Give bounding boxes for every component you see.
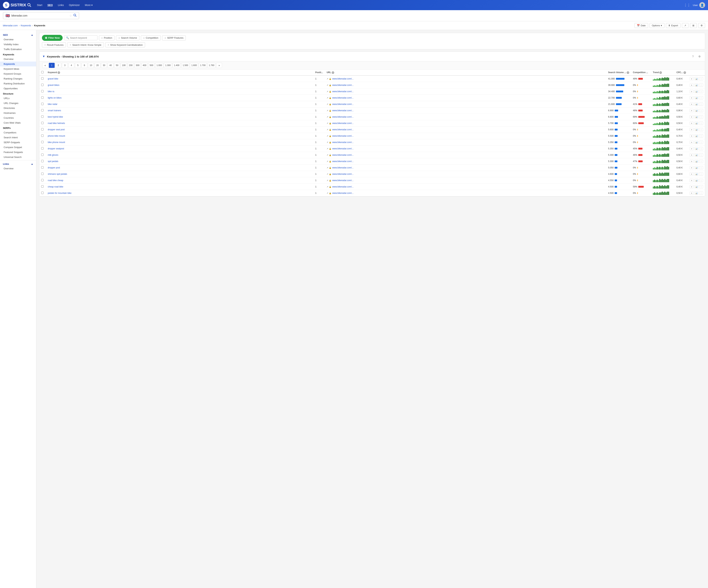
sidebar-links-header[interactable]: Links ▲ — [0, 161, 36, 166]
keyword-text[interactable]: road bike cheap — [48, 179, 63, 182]
pagination-page-10[interactable]: 10 — [88, 63, 94, 68]
th-url[interactable]: URL ? — [325, 69, 606, 75]
keyword-text[interactable]: lights on bikes — [48, 97, 62, 99]
sidebar-item-ranking-distribution[interactable]: Ranking Distribution — [0, 81, 36, 86]
keyword-text[interactable]: dropper seat post — [48, 128, 65, 131]
external-link-icon[interactable]: ↗ — [327, 97, 328, 99]
external-link-icon[interactable]: ↗ — [327, 186, 328, 188]
row-menu-icon[interactable]: ⋮ — [699, 141, 703, 144]
row-chart-icon[interactable]: 📊 — [695, 166, 698, 169]
row-list-icon[interactable]: ≡ — [690, 173, 694, 176]
row-checkbox[interactable] — [41, 109, 43, 112]
row-list-icon[interactable]: ≡ — [690, 96, 694, 99]
pagination-page-100[interactable]: 100 — [121, 63, 127, 68]
external-link-icon[interactable]: ↗ — [327, 116, 328, 118]
help-button[interactable]: ? — [690, 54, 696, 59]
sidebar-item-directories[interactable]: Directories — [0, 105, 36, 111]
row-checkbox[interactable] — [41, 116, 43, 118]
nav-optimizer[interactable]: Optimizer — [67, 3, 82, 8]
row-list-icon[interactable]: ≡ — [690, 147, 694, 150]
row-menu-icon[interactable]: ⋮ — [699, 160, 703, 163]
sidebar-item-traffic[interactable]: Traffic Estimation — [0, 47, 36, 52]
keyword-search-filter[interactable]: 🔍 — [64, 35, 97, 40]
keyword-text[interactable]: gravel bike — [48, 78, 58, 80]
row-checkbox[interactable] — [41, 179, 43, 181]
row-menu-icon[interactable]: ⋮ — [699, 191, 703, 195]
keyword-text[interactable]: phone bike mount — [48, 135, 65, 137]
sidebar-seo-header[interactable]: SEO ▲ — [0, 32, 36, 37]
url-text[interactable]: www.bikeradar.com/... — [332, 160, 353, 163]
help-keyword-icon[interactable]: ? — [58, 71, 60, 74]
th-cpc[interactable]: CPC... ? — [675, 69, 688, 75]
nav-links-item[interactable]: Links — [56, 3, 66, 8]
external-link-icon[interactable]: ↗ — [327, 160, 328, 163]
keyword-text[interactable]: dropper post — [48, 166, 60, 169]
filter-chip-serp[interactable]: + SERP Features — [162, 35, 186, 40]
keyword-text[interactable]: pedals for mountain bike — [48, 192, 71, 194]
row-checkbox[interactable] — [41, 192, 43, 194]
row-list-icon[interactable]: ≡ — [690, 166, 694, 169]
help-url-icon[interactable]: ? — [332, 71, 334, 74]
row-chart-icon[interactable]: 📊 — [695, 153, 698, 157]
pagination-page-1.600[interactable]: 1.600 — [190, 63, 198, 68]
settings-button[interactable]: ⚙ — [698, 23, 705, 28]
row-chart-icon[interactable]: 📊 — [695, 160, 698, 163]
keyword-text[interactable]: shimano spd pedals — [48, 173, 67, 175]
row-checkbox[interactable] — [41, 173, 43, 175]
sidebar-item-keywords[interactable]: Keywords — [0, 62, 36, 66]
sidebar-item-search-intent[interactable]: Search Intent — [0, 135, 36, 140]
row-checkbox[interactable] — [41, 160, 43, 162]
url-text[interactable]: www.bikeradar.com/... — [332, 179, 353, 182]
filter-chip-position[interactable]: + Position — [99, 35, 115, 40]
external-link-icon[interactable]: ↗ — [327, 166, 328, 169]
pagination-page-30[interactable]: 30 — [101, 63, 107, 68]
external-link-icon[interactable]: ↗ — [327, 179, 328, 182]
pagination-page-2[interactable]: 2 — [55, 63, 61, 68]
pagination-prev[interactable]: « — [42, 63, 48, 68]
url-text[interactable]: www.bikeradar.com/... — [332, 90, 353, 93]
grid-icon[interactable]: ⋮⋮ — [684, 3, 690, 7]
row-menu-icon[interactable]: ⋮ — [699, 153, 703, 157]
search-button[interactable] — [73, 13, 77, 18]
sidebar-item-url-changes[interactable]: URL Changes — [0, 101, 36, 105]
row-menu-icon[interactable]: ⋮ — [699, 115, 703, 119]
row-list-icon[interactable]: ≡ — [690, 185, 694, 188]
row-menu-icon[interactable]: ⋮ — [699, 134, 703, 137]
row-list-icon[interactable]: ≡ — [690, 115, 694, 119]
external-link-icon[interactable]: ↗ — [327, 192, 328, 194]
pagination-page-4[interactable]: 4 — [68, 63, 74, 68]
row-list-icon[interactable]: ≡ — [690, 160, 694, 163]
keyword-text[interactable]: dropper seatpost — [48, 147, 64, 150]
pagination-page-20[interactable]: 20 — [95, 63, 100, 68]
row-menu-icon[interactable]: ⋮ — [699, 122, 703, 125]
sidebar-item-overview[interactable]: Overview — [0, 37, 36, 42]
url-text[interactable]: www.bikeradar.com/... — [332, 122, 353, 124]
row-chart-icon[interactable]: 📊 — [695, 109, 698, 112]
breadcrumb-domain[interactable]: bikeradar.com — [3, 24, 18, 27]
sidebar-item-compare-snippet[interactable]: Compare Snippet — [0, 145, 36, 150]
nav-seo[interactable]: SEO — [45, 3, 55, 8]
url-text[interactable]: www.bikeradar.com/... — [332, 103, 353, 105]
pagination-page-5[interactable]: 5 — [75, 63, 81, 68]
row-menu-icon[interactable]: ⋮ — [699, 96, 703, 99]
pagination-page-1[interactable]: 1 — [49, 63, 55, 68]
row-chart-icon[interactable]: 📊 — [695, 191, 698, 195]
share-button[interactable]: ↗ — [682, 23, 688, 28]
row-checkbox[interactable] — [41, 103, 43, 105]
row-menu-icon[interactable]: ⋮ — [699, 84, 703, 87]
url-text[interactable]: www.bikeradar.com/... — [332, 166, 353, 169]
url-text[interactable]: www.bikeradar.com/... — [332, 84, 353, 86]
row-menu-icon[interactable]: ⋮ — [699, 102, 703, 106]
row-checkbox[interactable] — [41, 185, 43, 188]
row-list-icon[interactable]: ≡ — [690, 90, 694, 93]
sidebar-item-universal-search[interactable]: Universal Search — [0, 155, 36, 159]
sidebar-item-opportunities[interactable]: Opportunities — [0, 86, 36, 91]
sidebar-item-serp-snippets[interactable]: SERP-Snippets — [0, 140, 36, 145]
url-text[interactable]: www.bikeradar.com/... — [332, 192, 353, 194]
keyword-text[interactable]: cheap road bike — [48, 185, 63, 188]
th-keyword[interactable]: Keyword ? — [46, 69, 314, 75]
pagination-page-1.700[interactable]: 1.700 — [199, 63, 207, 68]
keyword-text[interactable]: bike radar — [48, 103, 57, 105]
filter-now-button[interactable]: ⊕ Filter Now — [42, 35, 63, 41]
th-trend[interactable]: Trend ? — [651, 69, 675, 75]
